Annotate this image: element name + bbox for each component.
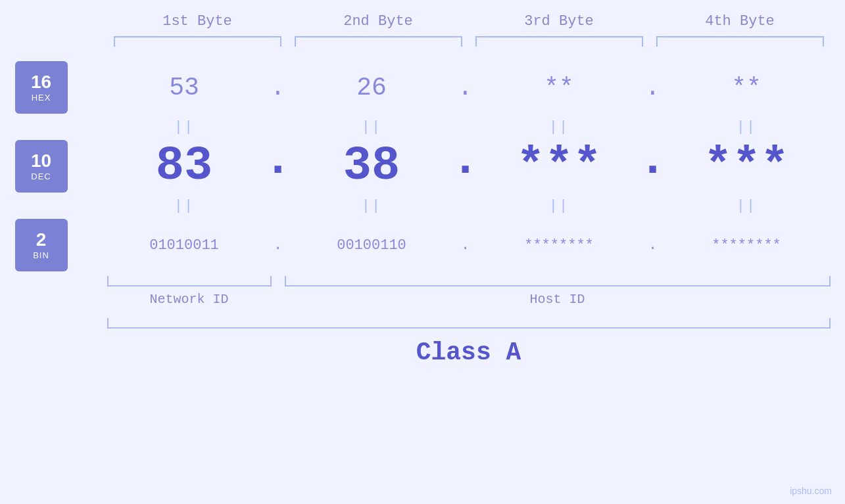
bin-dot3: . [643, 237, 663, 254]
bin-b1: 01010011 [149, 237, 219, 254]
bin-badge-row: 2 BIN [15, 219, 101, 271]
hex-b3: ** [544, 74, 574, 102]
eq2-b4: || [663, 198, 831, 214]
bin-dot2: . [456, 237, 475, 254]
bracket-byte4 [656, 36, 824, 48]
dec-b2-cell: 38 [288, 139, 456, 193]
eq-spacer-2 [15, 193, 101, 219]
eq2-b3: || [475, 198, 643, 214]
hex-badge-label: HEX [32, 93, 51, 103]
hex-value-row: 53 . 26 . ** . ** [101, 61, 831, 114]
bottom-brackets [107, 275, 831, 286]
eq2-b2: || [288, 198, 456, 214]
byte1-header: 1st Byte [107, 13, 288, 30]
bin-b4: ******** [712, 237, 781, 254]
main-container: 1st Byte 2nd Byte 3rd Byte 4th Byte 16 H… [0, 0, 845, 504]
dec-b3: *** [516, 139, 602, 193]
bin-value-row: 01010011 . 00100110 . ******** . *******… [101, 219, 831, 271]
bin-b1-cell: 01010011 [101, 237, 268, 254]
hex-dot2: . [456, 74, 475, 102]
class-label: Class A [107, 338, 831, 367]
hex-dot1: . [268, 74, 288, 102]
byte2-header: 2nd Byte [288, 13, 469, 30]
eq1-b1: || [101, 119, 268, 135]
byte-headers: 1st Byte 2nd Byte 3rd Byte 4th Byte [107, 13, 831, 30]
values-grid: 53 . 26 . ** . ** || || [101, 61, 831, 271]
hex-b4-cell: ** [663, 74, 831, 102]
bin-b3: ******** [524, 237, 594, 254]
hex-b3-cell: ** [475, 74, 643, 102]
bin-badge-label: BIN [33, 250, 49, 260]
top-brackets [107, 36, 831, 48]
eq1-b3: || [475, 119, 643, 135]
hex-b2: 26 [356, 74, 387, 102]
bin-b3-cell: ******** [475, 237, 643, 254]
eq1-b2: || [288, 119, 456, 135]
dec-badge-number: 10 [31, 151, 51, 172]
hex-b1: 53 [169, 74, 199, 102]
dec-badge: 10 DEC [15, 140, 68, 193]
dec-b4: *** [704, 139, 789, 193]
bottom-bracket-host [285, 275, 831, 286]
bracket-byte2 [295, 36, 462, 48]
bin-b2: 00100110 [337, 237, 406, 254]
equals-row-2: || || || || [101, 193, 831, 219]
bin-badge: 2 BIN [15, 219, 68, 271]
hex-dot3: . [643, 74, 663, 102]
dec-b3-cell: *** [475, 139, 643, 193]
hex-badge: 16 HEX [15, 61, 68, 114]
dec-b2: 38 [343, 139, 400, 193]
dec-dot2: . [456, 133, 475, 193]
byte3-header: 3rd Byte [469, 13, 650, 30]
hex-badge-row: 16 HEX [15, 61, 101, 114]
hex-b4: ** [731, 74, 761, 102]
badges-column: 16 HEX 10 DEC 2 BIN [15, 61, 101, 271]
bin-dot1: . [268, 237, 288, 254]
host-id-label: Host ID [285, 292, 831, 307]
hex-b2-cell: 26 [288, 74, 456, 102]
values-area: 16 HEX 10 DEC 2 BIN [15, 61, 831, 271]
bracket-byte1 [114, 36, 281, 48]
full-bottom-bracket [107, 317, 831, 329]
dec-value-row: 83 . 38 . *** . *** [101, 140, 831, 193]
hex-badge-number: 16 [31, 72, 51, 93]
dec-b1-cell: 83 [101, 139, 268, 193]
byte4-header: 4th Byte [650, 13, 831, 30]
dec-badge-label: DEC [31, 172, 51, 181]
watermark: ipshu.com [790, 486, 832, 496]
dec-b4-cell: *** [663, 139, 831, 193]
hex-b1-cell: 53 [101, 74, 268, 102]
eq1-b4: || [663, 119, 831, 135]
bin-b2-cell: 00100110 [288, 237, 456, 254]
bracket-byte3 [475, 36, 643, 48]
eq-spacer-1 [15, 114, 101, 140]
bin-badge-number: 2 [36, 230, 47, 250]
id-labels: Network ID Host ID [107, 292, 831, 307]
dec-dot1: . [268, 133, 288, 193]
dec-badge-row: 10 DEC [15, 140, 101, 193]
eq2-b1: || [101, 198, 268, 214]
dec-dot3: . [643, 133, 663, 193]
bottom-bracket-network [107, 275, 272, 286]
dec-b1: 83 [156, 139, 212, 193]
network-id-label: Network ID [107, 292, 272, 307]
bottom-section: Network ID Host ID Class A [15, 275, 831, 367]
bin-b4-cell: ******** [663, 237, 831, 254]
